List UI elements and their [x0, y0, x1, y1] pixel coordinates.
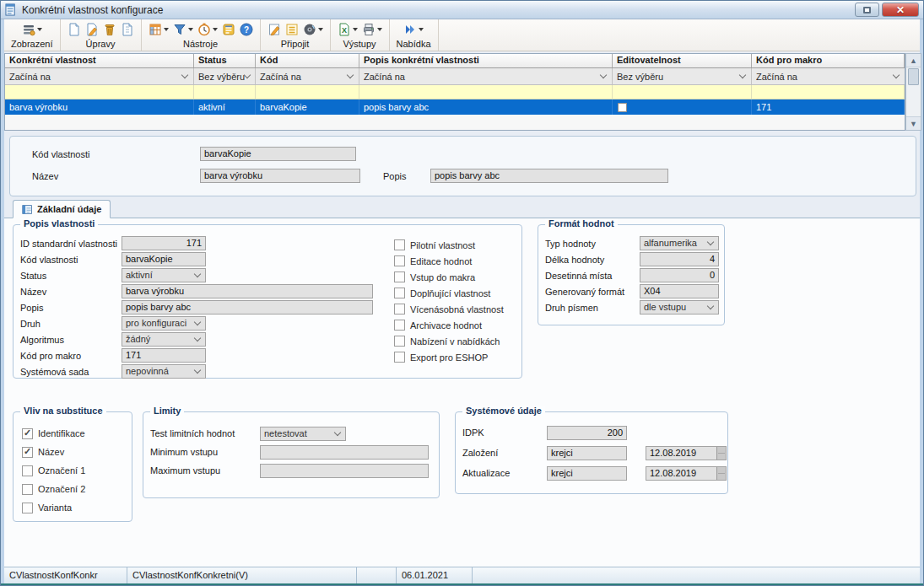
cell-popis: popis barvy abc: [359, 99, 613, 115]
varianta-checkbox[interactable]: [22, 503, 33, 513]
delete-button[interactable]: [103, 23, 116, 36]
quick-filter-input[interactable]: [613, 85, 752, 99]
scroll-up-arrow[interactable]: ▲: [906, 54, 921, 67]
print-button[interactable]: [362, 23, 382, 36]
filter-dropdown[interactable]: Bez výběru: [194, 68, 256, 84]
minimum-vstupu-field[interactable]: [260, 445, 429, 460]
date-spinner[interactable]: [716, 447, 726, 460]
kod-vlastnosti-form-field[interactable]: barvaKopie: [122, 252, 206, 266]
column-header[interactable]: Kód: [256, 54, 359, 67]
toolbar-group-nabidka: Nabídka: [390, 19, 439, 51]
popis-form-field[interactable]: popis barvy abc: [122, 300, 373, 315]
aktualizace-date-field[interactable]: 12.08.2019: [646, 466, 727, 481]
kod-pro-makro-field[interactable]: 171: [122, 348, 206, 363]
calculation-button[interactable]: [222, 23, 235, 36]
nazev-checkbox[interactable]: [22, 447, 33, 458]
grid-filter-row: Začíná na Bez výběru Začíná na Začíná na…: [5, 68, 905, 85]
test-limitnich-hodnot-dropdown[interactable]: netestovat: [260, 427, 346, 441]
algoritmus-dropdown[interactable]: žádný: [122, 332, 206, 347]
doplnujici-vlastnost-checkbox[interactable]: [394, 288, 405, 298]
filter-dropdown[interactable]: Bez výběru: [613, 68, 752, 84]
excel-export-button[interactable]: X: [338, 23, 358, 36]
chevron-down-icon: [707, 239, 714, 245]
column-header[interactable]: Status: [194, 54, 256, 67]
chevron-down-icon: [194, 367, 201, 374]
flags-column: Pilotní vlastnost Editace hodnot Vstup d…: [394, 237, 504, 365]
scrollbar-thumb[interactable]: [908, 68, 919, 85]
maximize-button[interactable]: [855, 3, 879, 17]
generovany-format-field[interactable]: X04: [640, 284, 719, 298]
tab-zakladni-udaje[interactable]: Základní údaje: [13, 200, 111, 218]
copy-button[interactable]: [121, 23, 134, 36]
media-button[interactable]: [303, 23, 323, 36]
dropdown-value: alfanumerika: [644, 237, 697, 250]
column-header[interactable]: Konkrétní vlastnost: [5, 54, 194, 67]
nazev-form-field[interactable]: barva výrobku: [122, 284, 373, 298]
app-window: Konkrétní vlastnost konfigurace ✕: [0, 0, 924, 586]
note-edit-icon: [267, 23, 281, 36]
quick-filter-input[interactable]: [194, 85, 256, 99]
oznaceni-1-checkbox[interactable]: [22, 465, 33, 476]
grid-scrollbar[interactable]: ▲ ▼: [905, 53, 921, 131]
date-spinner[interactable]: [716, 467, 726, 480]
close-button[interactable]: ✕: [882, 3, 919, 17]
chevron-down-icon: [893, 72, 900, 78]
filter-dropdown[interactable]: Začíná na: [752, 68, 905, 84]
checkbox-label: Vstup do makra: [410, 272, 475, 282]
nabizeni-v-nabidkach-checkbox[interactable]: [394, 336, 405, 347]
archivace-hodnot-checkbox[interactable]: [394, 320, 405, 331]
filter-dropdown[interactable]: Začíná na: [359, 68, 613, 84]
filter-dropdown-arrow: [188, 28, 193, 31]
delka-hodnoty-field[interactable]: 4: [640, 252, 719, 266]
new-button[interactable]: [68, 23, 81, 36]
column-header[interactable]: Editovatelnost: [613, 54, 752, 67]
field-label: Systémová sada: [20, 367, 122, 377]
detail-header-panel: Kód vlastnosti barvaKopie Název barva vý…: [9, 136, 916, 196]
view-button[interactable]: [22, 23, 42, 36]
vicenasobna-vlastnost-checkbox[interactable]: [394, 304, 405, 315]
timer-button[interactable]: [197, 23, 218, 36]
quick-filter-input[interactable]: [5, 85, 194, 99]
filter-value: Začíná na: [364, 72, 405, 82]
tab-content: Popis vlastnosti ID standardní vlastnost…: [4, 218, 920, 567]
edit-button[interactable]: [85, 23, 99, 36]
identifikace-checkbox[interactable]: [22, 428, 33, 439]
grid-selected-row[interactable]: barva výrobku aktivní barvaKopie popis b…: [5, 99, 905, 115]
media-disc-icon: [303, 23, 316, 36]
column-header[interactable]: Popis konkrétní vlastnosti: [359, 54, 613, 67]
status-dropdown[interactable]: aktivní: [122, 268, 206, 282]
nazev-field[interactable]: barva výrobku: [200, 169, 360, 183]
filter-button[interactable]: [173, 23, 193, 36]
druh-dropdown[interactable]: pro konfiguraci: [122, 316, 206, 331]
desetinna-mista-field[interactable]: 0: [640, 268, 719, 282]
typ-hodnoty-dropdown[interactable]: alfanumerika: [640, 236, 719, 250]
export-pro-eshop-checkbox[interactable]: [394, 352, 405, 363]
column-header[interactable]: Kód pro makro: [752, 54, 905, 67]
window-bottom-edge: [1, 583, 923, 585]
systemova-sada-dropdown[interactable]: nepovinná: [122, 364, 206, 379]
druh-pismen-dropdown[interactable]: dle vstupu: [640, 300, 719, 315]
vstup-do-makra-checkbox[interactable]: [394, 271, 405, 282]
pilotni-vlastnost-checkbox[interactable]: [394, 239, 405, 250]
table-settings-button[interactable]: [149, 23, 169, 36]
editace-hodnot-checkbox[interactable]: [394, 255, 405, 266]
list-button[interactable]: [285, 23, 299, 36]
oznaceni-2-checkbox[interactable]: [22, 484, 33, 495]
help-icon: ?: [240, 23, 253, 36]
zalozeni-date-field[interactable]: 12.08.2019: [646, 446, 727, 460]
help-button[interactable]: ?: [240, 23, 253, 36]
chevron-down-icon: [600, 72, 607, 78]
popis-field[interactable]: popis barvy abc: [430, 169, 668, 183]
quick-filter-input[interactable]: [359, 85, 613, 99]
double-chevron-icon: [403, 23, 417, 36]
scroll-down-arrow[interactable]: ▼: [906, 116, 921, 130]
maximum-vstupu-field[interactable]: [260, 464, 429, 478]
note-button[interactable]: [267, 23, 281, 36]
menu-button[interactable]: [403, 23, 424, 36]
quick-filter-input[interactable]: [256, 85, 359, 99]
quick-filter-input[interactable]: [752, 85, 905, 99]
field-label: Test limitních hodnot: [150, 428, 260, 438]
kod-vlastnosti-field[interactable]: barvaKopie: [200, 147, 356, 161]
filter-dropdown[interactable]: Začíná na: [256, 68, 359, 84]
filter-dropdown[interactable]: Začíná na: [5, 68, 194, 84]
